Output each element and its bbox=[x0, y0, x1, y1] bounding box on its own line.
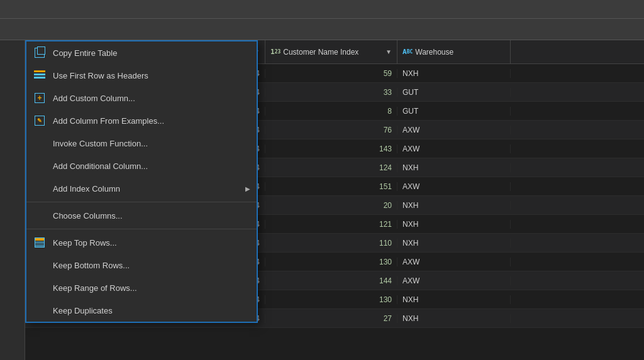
copy-icon bbox=[33, 46, 47, 60]
menu-item-add-custom-col[interactable]: + Add Custom Column... bbox=[26, 87, 257, 109]
cell-warehouse: NXH bbox=[397, 201, 511, 210]
cell-customer-index: 143 bbox=[265, 145, 397, 153]
menu-item-choose-columns[interactable]: Choose Columns... bbox=[26, 204, 257, 227]
main-area: ABC Order Number ▼ 🗓 Order Date ▼ 123 Cu… bbox=[0, 40, 644, 360]
menu-item-label-add-col-examples: Add Column From Examples... bbox=[53, 116, 164, 126]
cell-customer-index: 8 bbox=[265, 107, 397, 116]
cell-warehouse: NXH bbox=[397, 220, 511, 229]
menu-icon-empty bbox=[33, 209, 47, 222]
cell-customer-index: 144 bbox=[265, 276, 397, 285]
menu-item-label-keep-range-rows: Keep Range of Rows... bbox=[53, 283, 137, 293]
menu-item-use-first-row[interactable]: Use First Row as Headers bbox=[26, 64, 257, 87]
cell-customer-index: 110 bbox=[265, 239, 397, 248]
col-type-customer-index: 123 bbox=[270, 48, 280, 56]
menu-item-add-conditional-col[interactable]: Add Conditional Column... bbox=[26, 155, 257, 177]
cell-customer-index: 76 bbox=[265, 126, 397, 134]
menu-item-label-add-custom-col: Add Custom Column... bbox=[53, 94, 135, 103]
menu-icon-empty bbox=[33, 281, 47, 295]
menu-item-label-choose-columns: Choose Columns... bbox=[53, 211, 123, 221]
col-label-customer-name-index: Customer Name Index bbox=[283, 48, 379, 57]
menu-item-label-copy-table: Copy Entire Table bbox=[53, 48, 117, 58]
cell-warehouse: NXH bbox=[397, 163, 511, 172]
table-area: ABC Order Number ▼ 🗓 Order Date ▼ 123 Cu… bbox=[25, 40, 644, 360]
menu-item-keep-bottom-rows[interactable]: Keep Bottom Rows... bbox=[26, 254, 257, 276]
menu-item-copy-table[interactable]: Copy Entire Table bbox=[26, 41, 257, 64]
col-header-customer-name-index[interactable]: 123 Customer Name Index ▼ bbox=[265, 40, 397, 63]
menu-icon-empty bbox=[33, 182, 47, 195]
col-label-warehouse: Warehouse bbox=[415, 48, 505, 57]
sidebar-collapse-btn[interactable] bbox=[9, 45, 16, 53]
examples-col-icon: ✎ bbox=[33, 114, 47, 128]
cell-customer-index: 59 bbox=[265, 69, 397, 78]
cell-warehouse: GUT bbox=[397, 107, 511, 116]
formula-bar bbox=[0, 19, 644, 40]
cell-customer-index: 27 bbox=[265, 314, 397, 323]
menu-icon-empty bbox=[33, 258, 47, 272]
cell-warehouse: AXW bbox=[397, 258, 511, 266]
context-menu: Copy Entire Table Use First Row as Heade… bbox=[25, 40, 258, 323]
menu-item-label-keep-top-rows: Keep Top Rows... bbox=[53, 238, 117, 248]
menu-icon-empty bbox=[33, 136, 47, 150]
sidebar bbox=[0, 40, 25, 360]
menu-item-label-invoke-custom-fn: Invoke Custom Function... bbox=[53, 139, 148, 148]
menu-item-label-use-first-row: Use First Row as Headers bbox=[53, 71, 148, 80]
col-type-warehouse: ABC bbox=[402, 48, 413, 56]
cell-customer-index: 20 bbox=[265, 201, 397, 210]
cell-warehouse: NXH bbox=[397, 295, 511, 304]
menu-item-add-col-examples[interactable]: ✎ Add Column From Examples... bbox=[26, 109, 257, 132]
menu-item-label-keep-duplicates: Keep Duplicates bbox=[53, 306, 113, 315]
menu-separator bbox=[26, 229, 257, 229]
menu-item-keep-top-rows[interactable]: Keep Top Rows... bbox=[26, 231, 257, 254]
menu-icon-empty bbox=[33, 303, 47, 317]
menu-separator bbox=[26, 202, 257, 202]
top-bar bbox=[0, 0, 644, 19]
cell-warehouse: AXW bbox=[397, 276, 511, 285]
cell-warehouse: GUT bbox=[397, 88, 511, 97]
cell-warehouse: AXW bbox=[397, 126, 511, 134]
col-header-warehouse[interactable]: ABC Warehouse bbox=[397, 40, 511, 63]
headers-icon bbox=[33, 68, 47, 82]
menu-item-label-add-conditional-col: Add Conditional Column... bbox=[53, 161, 148, 171]
menu-icon-empty bbox=[33, 159, 47, 173]
menu-item-invoke-custom-fn[interactable]: Invoke Custom Function... bbox=[26, 132, 257, 155]
menu-item-label-keep-bottom-rows: Keep Bottom Rows... bbox=[53, 261, 130, 270]
custom-col-icon: + bbox=[33, 91, 47, 105]
cell-warehouse: NXH bbox=[397, 239, 511, 248]
menu-item-keep-duplicates[interactable]: Keep Duplicates bbox=[26, 299, 257, 322]
menu-item-add-index-col[interactable]: Add Index Column bbox=[26, 177, 257, 200]
cell-customer-index: 121 bbox=[265, 220, 397, 229]
keep-rows-icon bbox=[33, 236, 47, 249]
formula-confirm-btn[interactable] bbox=[16, 28, 24, 31]
formula-cancel-btn[interactable] bbox=[5, 28, 13, 31]
cell-warehouse: AXW bbox=[397, 145, 511, 153]
menu-item-label-add-index-col: Add Index Column bbox=[53, 184, 120, 194]
col-dropdown-customer[interactable]: ▼ bbox=[382, 48, 392, 55]
cell-warehouse: NXH bbox=[397, 69, 511, 78]
cell-customer-index: 124 bbox=[265, 163, 397, 172]
cell-customer-index: 151 bbox=[265, 182, 397, 191]
cell-customer-index: 130 bbox=[265, 258, 397, 266]
cell-customer-index: 130 bbox=[265, 295, 397, 304]
cell-warehouse: AXW bbox=[397, 182, 511, 191]
cell-customer-index: 33 bbox=[265, 88, 397, 97]
cell-warehouse: NXH bbox=[397, 314, 511, 323]
menu-item-keep-range-rows[interactable]: Keep Range of Rows... bbox=[26, 276, 257, 299]
